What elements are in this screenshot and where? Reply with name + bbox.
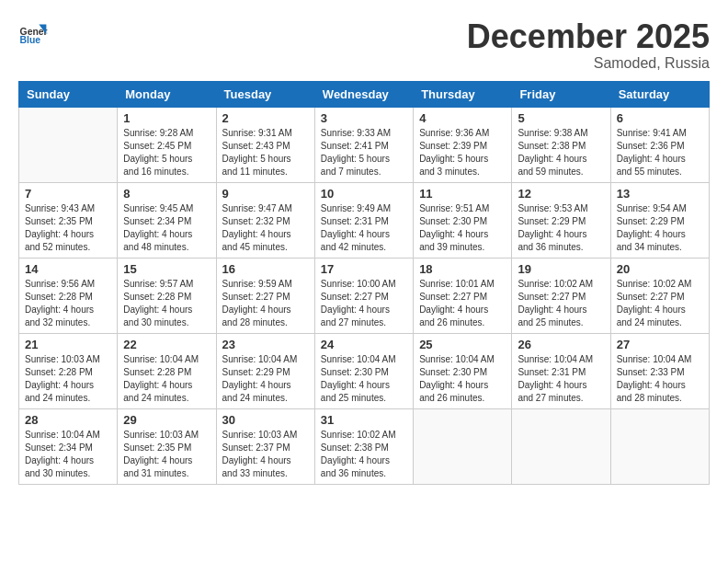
day-number: 28 [25,413,111,427]
day-number: 6 [617,111,703,125]
day-number: 22 [123,338,210,351]
week-row-4: 21Sunrise: 10:03 AM Sunset: 2:28 PM Dayl… [19,333,710,408]
day-number: 8 [123,187,210,201]
calendar-cell [610,408,709,484]
weekday-header-saturday: Saturday [610,81,709,107]
day-number: 1 [123,111,210,125]
day-info: Sunrise: 10:03 AM Sunset: 2:35 PM Daylig… [123,429,210,480]
day-info: Sunrise: 10:04 AM Sunset: 2:31 PM Daylig… [518,353,604,405]
day-info: Sunrise: 10:04 AM Sunset: 2:29 PM Daylig… [222,353,309,405]
calendar-cell: 27Sunrise: 10:04 AM Sunset: 2:33 PM Dayl… [610,333,709,408]
weekday-header-thursday: Thursday [414,81,512,107]
page-header: General Blue December 2025 Samoded, Russ… [18,18,710,72]
month-title: December 2025 [467,18,710,55]
day-number: 13 [617,187,703,201]
day-info: Sunrise: 10:04 AM Sunset: 2:33 PM Daylig… [617,353,703,405]
day-info: Sunrise: 10:04 AM Sunset: 2:30 PM Daylig… [419,353,506,405]
day-info: Sunrise: 9:51 AM Sunset: 2:30 PM Dayligh… [419,202,506,254]
calendar-table: SundayMondayTuesdayWednesdayThursdayFrid… [18,81,710,485]
calendar-cell: 22Sunrise: 10:04 AM Sunset: 2:28 PM Dayl… [118,333,216,408]
svg-text:Blue: Blue [20,35,41,45]
location: Samoded, Russia [467,55,710,72]
day-number: 11 [419,187,506,201]
calendar-cell: 8Sunrise: 9:45 AM Sunset: 2:34 PM Daylig… [118,182,216,258]
day-info: Sunrise: 9:31 AM Sunset: 2:43 PM Dayligh… [222,127,309,178]
day-info: Sunrise: 10:01 AM Sunset: 2:27 PM Daylig… [419,278,506,329]
weekday-header-friday: Friday [512,81,610,107]
calendar-body: 1Sunrise: 9:28 AM Sunset: 2:45 PM Daylig… [19,107,710,484]
day-number: 31 [321,413,407,427]
day-number: 30 [222,413,309,427]
calendar-cell: 29Sunrise: 10:03 AM Sunset: 2:35 PM Dayl… [118,408,216,484]
calendar-cell: 4Sunrise: 9:36 AM Sunset: 2:39 PM Daylig… [414,107,512,182]
day-info: Sunrise: 9:28 AM Sunset: 2:45 PM Dayligh… [123,127,210,178]
calendar-cell: 19Sunrise: 10:02 AM Sunset: 2:27 PM Dayl… [512,258,610,333]
day-number: 24 [321,338,407,351]
day-number: 20 [617,262,703,276]
day-number: 9 [222,187,309,201]
day-info: Sunrise: 9:36 AM Sunset: 2:39 PM Dayligh… [419,127,506,178]
day-number: 17 [321,262,407,276]
weekday-header-sunday: Sunday [19,81,118,107]
calendar-cell: 23Sunrise: 10:04 AM Sunset: 2:29 PM Dayl… [216,333,314,408]
calendar-cell: 30Sunrise: 10:03 AM Sunset: 2:37 PM Dayl… [216,408,314,484]
week-row-3: 14Sunrise: 9:56 AM Sunset: 2:28 PM Dayli… [19,258,710,333]
calendar-cell: 18Sunrise: 10:01 AM Sunset: 2:27 PM Dayl… [414,258,512,333]
day-info: Sunrise: 10:04 AM Sunset: 2:28 PM Daylig… [123,353,210,405]
calendar-cell: 14Sunrise: 9:56 AM Sunset: 2:28 PM Dayli… [19,258,118,333]
day-info: Sunrise: 10:02 AM Sunset: 2:38 PM Daylig… [321,429,407,480]
day-number: 3 [321,111,407,125]
calendar-cell: 31Sunrise: 10:02 AM Sunset: 2:38 PM Dayl… [314,408,413,484]
day-number: 21 [25,338,111,351]
calendar-cell [512,408,610,484]
day-number: 5 [518,111,604,125]
day-info: Sunrise: 9:45 AM Sunset: 2:34 PM Dayligh… [123,202,210,254]
day-number: 12 [518,187,604,201]
day-info: Sunrise: 10:04 AM Sunset: 2:30 PM Daylig… [321,353,407,405]
day-number: 23 [222,338,309,351]
day-number: 25 [419,338,506,351]
day-info: Sunrise: 9:54 AM Sunset: 2:29 PM Dayligh… [617,202,703,254]
calendar-cell: 24Sunrise: 10:04 AM Sunset: 2:30 PM Dayl… [314,333,413,408]
day-info: Sunrise: 9:33 AM Sunset: 2:41 PM Dayligh… [321,127,407,178]
calendar-cell: 20Sunrise: 10:02 AM Sunset: 2:27 PM Dayl… [610,258,709,333]
day-info: Sunrise: 10:03 AM Sunset: 2:37 PM Daylig… [222,429,309,480]
calendar-cell: 6Sunrise: 9:41 AM Sunset: 2:36 PM Daylig… [610,107,709,182]
calendar-cell: 5Sunrise: 9:38 AM Sunset: 2:38 PM Daylig… [512,107,610,182]
day-info: Sunrise: 9:43 AM Sunset: 2:35 PM Dayligh… [25,202,111,254]
calendar-cell: 15Sunrise: 9:57 AM Sunset: 2:28 PM Dayli… [118,258,216,333]
weekday-header-monday: Monday [118,81,216,107]
day-info: Sunrise: 10:04 AM Sunset: 2:34 PM Daylig… [25,429,111,480]
day-number: 18 [419,262,506,276]
day-info: Sunrise: 9:38 AM Sunset: 2:38 PM Dayligh… [518,127,604,178]
day-number: 27 [617,338,703,351]
calendar-cell: 26Sunrise: 10:04 AM Sunset: 2:31 PM Dayl… [512,333,610,408]
calendar-cell: 17Sunrise: 10:00 AM Sunset: 2:27 PM Dayl… [314,258,413,333]
week-row-1: 1Sunrise: 9:28 AM Sunset: 2:45 PM Daylig… [19,107,710,182]
day-info: Sunrise: 10:00 AM Sunset: 2:27 PM Daylig… [321,278,407,329]
logo-icon: General Blue [18,18,48,48]
day-number: 7 [25,187,111,201]
day-info: Sunrise: 9:59 AM Sunset: 2:27 PM Dayligh… [222,278,309,329]
calendar-cell: 10Sunrise: 9:49 AM Sunset: 2:31 PM Dayli… [314,182,413,258]
day-info: Sunrise: 10:02 AM Sunset: 2:27 PM Daylig… [617,278,703,329]
day-info: Sunrise: 9:57 AM Sunset: 2:28 PM Dayligh… [123,278,210,329]
day-info: Sunrise: 9:56 AM Sunset: 2:28 PM Dayligh… [25,278,111,329]
calendar-cell [414,408,512,484]
logo: General Blue [18,18,48,48]
calendar-cell: 7Sunrise: 9:43 AM Sunset: 2:35 PM Daylig… [19,182,118,258]
calendar-cell: 13Sunrise: 9:54 AM Sunset: 2:29 PM Dayli… [610,182,709,258]
calendar-cell: 11Sunrise: 9:51 AM Sunset: 2:30 PM Dayli… [414,182,512,258]
day-number: 4 [419,111,506,125]
calendar-cell: 21Sunrise: 10:03 AM Sunset: 2:28 PM Dayl… [19,333,118,408]
weekday-header-row: SundayMondayTuesdayWednesdayThursdayFrid… [19,81,710,107]
calendar-cell: 16Sunrise: 9:59 AM Sunset: 2:27 PM Dayli… [216,258,314,333]
calendar-cell [19,107,118,182]
day-number: 29 [123,413,210,427]
calendar-cell: 9Sunrise: 9:47 AM Sunset: 2:32 PM Daylig… [216,182,314,258]
day-number: 19 [518,262,604,276]
day-number: 2 [222,111,309,125]
day-number: 14 [25,262,111,276]
calendar-cell: 1Sunrise: 9:28 AM Sunset: 2:45 PM Daylig… [118,107,216,182]
day-number: 10 [321,187,407,201]
